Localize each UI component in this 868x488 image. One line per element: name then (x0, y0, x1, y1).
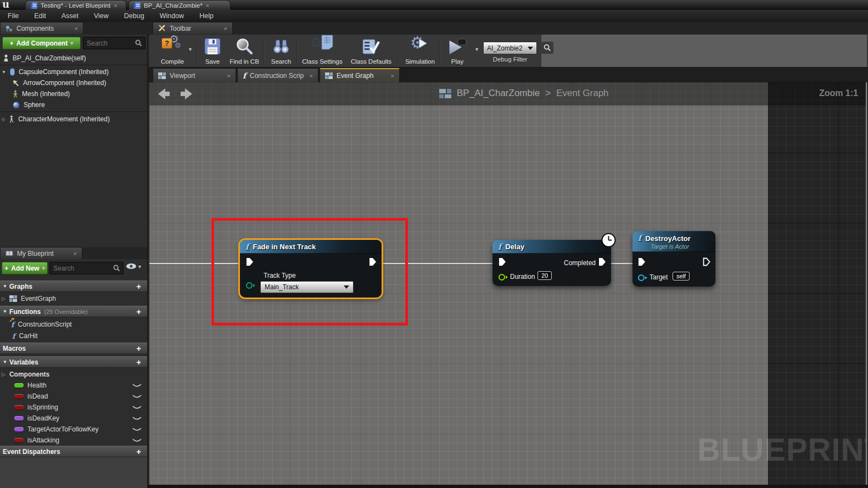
menu-edit[interactable]: Edit (26, 12, 54, 20)
node-header[interactable]: fDestroyActor Target is Actor (632, 231, 715, 252)
eye-closed-icon[interactable] (132, 427, 142, 432)
collapsed-arrow-icon[interactable]: ▷ (2, 296, 5, 301)
variable-row-issprinting[interactable]: isSprinting (14, 402, 146, 413)
variable-row-isdead[interactable]: isDead (14, 391, 146, 402)
compile-options-caret[interactable]: ▾ (189, 46, 192, 52)
menu-file[interactable]: File (0, 12, 26, 20)
visibility-filter-button[interactable]: ▾ (126, 263, 141, 270)
tab-components-panel[interactable]: Components × (0, 22, 83, 34)
object-input-pin[interactable] (638, 274, 647, 281)
tab-viewport[interactable]: Viewport × (153, 68, 236, 82)
chevron-down-icon: ▾ (70, 40, 73, 46)
expand-arrow-icon[interactable]: ▼ (2, 70, 6, 75)
section-event-dispatchers[interactable]: Event Dispatchers + (0, 446, 147, 457)
class-settings-icon: ⚙ (311, 35, 333, 58)
add-graph-button[interactable]: + (133, 282, 144, 291)
simulation-button[interactable]: ⚙ Simulation (402, 35, 438, 66)
window-tab-bp-ai-charzombie[interactable]: BP_AI_CharZombie* × (128, 0, 231, 10)
functions-note: (29 Overridable) (44, 308, 87, 315)
collapsed-arrow-icon[interactable]: ▷ (2, 372, 5, 377)
tree-item-self[interactable]: BP_AI_CharZombie(self) (3, 53, 146, 64)
window-tab-level-blueprint[interactable]: Testing* - Level Blueprint × (25, 0, 126, 10)
components-search-input[interactable] (83, 40, 135, 47)
node-delay[interactable]: fDelay Completed Duration 20 (492, 240, 611, 286)
variable-row-health[interactable]: Health (14, 380, 146, 391)
find-in-cb-button[interactable]: Find in CB (227, 35, 261, 66)
tree-item-arrow[interactable]: ArrowComponent (Inherited) (13, 77, 145, 88)
target-value-box[interactable]: self (673, 272, 690, 281)
save-button[interactable]: Save (200, 35, 225, 66)
close-icon[interactable]: × (75, 25, 78, 32)
variables-group-components[interactable]: ▷ Components (2, 369, 145, 379)
node-destroy-actor[interactable]: fDestroyActor Target is Actor Target sel… (632, 231, 715, 287)
class-defaults-button[interactable]: Class Defaults (346, 35, 396, 66)
exec-input-pin[interactable] (499, 257, 506, 266)
variable-row-isdeadkey[interactable]: isDeadKey (14, 413, 146, 424)
tab-event-graph[interactable]: Event Graph × (320, 68, 400, 82)
event-graph-canvas[interactable]: BLUEPRINT BP_AI_CharZombie > Event Graph… (149, 82, 867, 485)
binoculars-icon (272, 35, 290, 58)
add-new-button[interactable]: + Add New ▾ (2, 262, 48, 274)
play-button[interactable]: Play (443, 35, 472, 66)
menu-window[interactable]: Window (152, 12, 192, 20)
node-header[interactable]: fDelay (492, 240, 611, 254)
search-button[interactable]: Search (267, 35, 295, 66)
tab-toolbar-panel[interactable]: Toolbar × (153, 22, 233, 34)
tree-item-character-movement[interactable]: ◇ CharacterMovement (Inherited) (2, 114, 145, 125)
add-macro-button[interactable]: + (133, 344, 144, 353)
section-variables[interactable]: ▼ Variables + (0, 356, 147, 368)
exec-output-pin[interactable] (703, 257, 710, 266)
close-icon[interactable]: × (391, 72, 394, 79)
close-icon[interactable]: × (114, 2, 117, 9)
menu-debug[interactable]: Debug (116, 12, 152, 20)
eye-closed-icon[interactable] (132, 438, 142, 443)
list-item-eventgraph[interactable]: ▷ EventGraph (2, 293, 145, 304)
compile-button[interactable]: ⚙ ⚙ ? Compile (155, 35, 190, 66)
menu-help[interactable]: Help (192, 12, 221, 20)
tree-item-mesh[interactable]: Mesh (Inherited) (13, 88, 145, 99)
close-icon[interactable]: × (310, 72, 313, 79)
section-functions[interactable]: ▼ Functions (29 Overridable) + (0, 306, 147, 317)
exec-input-pin[interactable] (638, 257, 646, 266)
back-arrow-icon[interactable] (156, 87, 171, 101)
list-item-carhit[interactable]: f CarHit (12, 330, 146, 341)
float-input-pin[interactable] (499, 274, 508, 281)
tab-construction-script[interactable]: f Construction Scrip × (237, 68, 318, 82)
play-options-caret[interactable]: ▾ (475, 46, 478, 52)
list-item-constructionscript[interactable]: f ConstructionScript (11, 319, 146, 330)
menu-asset[interactable]: Asset (54, 12, 86, 20)
eye-closed-icon[interactable] (132, 405, 142, 410)
eye-closed-icon[interactable] (132, 416, 142, 421)
eye-closed-icon[interactable] (132, 394, 142, 399)
window-tab-label: BP_AI_CharZombie* (144, 2, 203, 9)
variable-row-isattacking[interactable]: isAttacking (14, 435, 146, 446)
section-graphs[interactable]: ▼ Graphs + (0, 281, 147, 292)
debug-filter-dropdown[interactable]: AI_Zombie2 (483, 42, 537, 54)
section-macros[interactable]: Macros + (0, 343, 147, 354)
add-variable-button[interactable]: + (133, 357, 144, 367)
breadcrumb-root[interactable]: BP_AI_CharZombie (457, 88, 540, 99)
add-function-button[interactable]: + (133, 307, 144, 316)
target-pin-label: Target (649, 273, 668, 281)
duration-value-input[interactable]: 20 (537, 271, 552, 280)
eye-closed-icon[interactable] (132, 383, 142, 388)
tree-item-capsule[interactable]: ▼ CapsuleComponent (Inherited) (2, 66, 145, 77)
close-icon[interactable]: × (206, 2, 209, 9)
list-item-label: EventGraph (21, 295, 56, 302)
menu-view[interactable]: View (86, 12, 116, 20)
exec-output-pin-completed[interactable] (598, 257, 606, 266)
chevron-down-icon: ▾ (42, 265, 45, 271)
variable-row-targetactortofollowkey[interactable]: TargetActorToFollowKey (14, 424, 146, 435)
my-blueprint-search-input[interactable] (50, 265, 113, 272)
close-icon[interactable]: × (224, 25, 227, 32)
blueprint-grid-icon (439, 89, 451, 98)
add-event-dispatcher-button[interactable]: + (133, 447, 144, 456)
close-icon[interactable]: × (74, 250, 77, 257)
tab-my-blueprint[interactable]: My Blueprint × (0, 247, 82, 259)
class-settings-button[interactable]: ⚙ Class Settings (300, 35, 345, 66)
forward-arrow-icon[interactable] (180, 87, 194, 101)
close-icon[interactable]: × (227, 72, 231, 79)
add-component-button[interactable]: + Add Component ▾ (2, 37, 81, 49)
tree-item-sphere[interactable]: Sphere (13, 99, 145, 110)
debug-filter-search-button[interactable] (541, 42, 553, 54)
